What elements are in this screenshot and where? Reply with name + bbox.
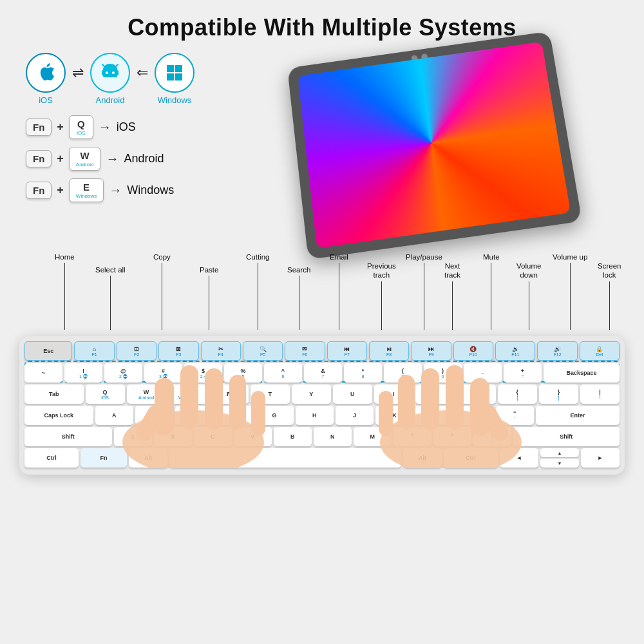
key-3[interactable]: #3 ⓷ bbox=[144, 363, 182, 383]
key-u[interactable]: U bbox=[333, 384, 372, 404]
ann-next-track-label: Nexttrack bbox=[444, 261, 460, 280]
key-n[interactable]: N bbox=[314, 427, 352, 446]
key-slash[interactable]: ?/ bbox=[473, 427, 511, 446]
key-f7[interactable]: ⏮F7 bbox=[327, 341, 367, 361]
key-t[interactable]: T bbox=[251, 384, 290, 404]
key-rbracket[interactable]: }] bbox=[539, 384, 578, 404]
key-x[interactable]: X bbox=[154, 427, 192, 446]
ann-paste-line bbox=[209, 276, 209, 330]
key-a[interactable]: A bbox=[95, 406, 133, 425]
key-o[interactable]: O bbox=[415, 384, 455, 404]
q-key[interactable]: QiOS bbox=[69, 115, 93, 139]
ann-prev-track-label: Previoustrach bbox=[367, 261, 396, 280]
key-f1[interactable]: ⌂F1 bbox=[74, 341, 114, 361]
key-arrow-right[interactable]: ► bbox=[581, 448, 620, 468]
key-del[interactable]: 🔒Del bbox=[580, 341, 620, 361]
fn-key-ios[interactable]: Fn bbox=[26, 118, 52, 136]
key-f[interactable]: F bbox=[215, 406, 253, 425]
fn-combos: Fn + QiOS → iOS Fn + WAndroid → An bbox=[26, 115, 238, 202]
key-f4[interactable]: ✂F4 bbox=[201, 341, 241, 361]
key-v[interactable]: V bbox=[234, 427, 272, 446]
key-k[interactable]: K bbox=[375, 406, 413, 425]
key-7[interactable]: &7 bbox=[304, 363, 342, 383]
key-semicolon[interactable]: :; bbox=[455, 406, 493, 425]
annotations-container: Home Select all Copy Paste Cutting bbox=[19, 252, 625, 336]
key-2[interactable]: @2 ⓶ bbox=[104, 363, 142, 383]
ann-email: Email bbox=[330, 252, 348, 330]
key-w[interactable]: WAndroid bbox=[127, 384, 166, 404]
key-backslash[interactable]: |\ bbox=[580, 384, 620, 404]
key-alt-right[interactable]: Alt bbox=[403, 448, 442, 468]
key-5[interactable]: %5 bbox=[224, 363, 262, 383]
key-lbracket[interactable]: {[ bbox=[498, 384, 537, 404]
ann-email-label: Email bbox=[330, 252, 348, 261]
windows-logo-icon bbox=[165, 63, 184, 82]
key-p[interactable]: P bbox=[457, 384, 496, 404]
key-f12[interactable]: 🔊F12 bbox=[537, 341, 577, 361]
ann-copy: Copy bbox=[153, 252, 171, 330]
key-i[interactable]: I bbox=[374, 384, 413, 404]
key-z[interactable]: Z bbox=[114, 427, 152, 446]
key-alt-left[interactable]: Alt bbox=[129, 448, 167, 468]
key-caps-lock[interactable]: Caps Lock bbox=[24, 406, 93, 425]
key-q[interactable]: QiOS bbox=[86, 384, 125, 404]
key-esc[interactable]: Esc bbox=[24, 341, 72, 361]
key-e[interactable]: EWindows bbox=[168, 384, 207, 404]
ann-next-track: Nexttrack bbox=[444, 261, 460, 330]
key-backtick[interactable]: ~ bbox=[24, 363, 62, 383]
ann-email-line bbox=[339, 263, 339, 330]
key-d[interactable]: D bbox=[175, 406, 213, 425]
key-1[interactable]: !1 ⓵ bbox=[64, 363, 102, 383]
key-f11[interactable]: 🔉F11 bbox=[495, 341, 535, 361]
key-f6[interactable]: ✉F6 bbox=[285, 341, 325, 361]
fn-key-android[interactable]: Fn bbox=[26, 150, 52, 167]
key-y[interactable]: Y bbox=[292, 384, 331, 404]
key-arrow-left[interactable]: ◄ bbox=[500, 448, 538, 468]
key-backspace[interactable]: Backspace bbox=[544, 363, 620, 383]
fn-key-windows[interactable]: Fn bbox=[26, 182, 52, 199]
key-0[interactable]: )0 bbox=[424, 363, 462, 383]
key-r[interactable]: R bbox=[209, 384, 249, 404]
key-9[interactable]: (9 bbox=[384, 363, 422, 383]
key-ctrl-left[interactable]: Ctrl bbox=[24, 448, 79, 468]
key-ctrl-right[interactable]: Ctrl bbox=[444, 448, 498, 468]
top-section: iOS ⇌ Android bbox=[0, 53, 644, 240]
e-key[interactable]: EWindows bbox=[69, 178, 104, 202]
key-minus[interactable]: _- bbox=[464, 363, 502, 383]
key-f8[interactable]: ⏯F8 bbox=[369, 341, 409, 361]
key-space[interactable] bbox=[169, 448, 401, 468]
key-f3[interactable]: ⊠F3 bbox=[158, 341, 198, 361]
key-arrow-down[interactable]: ▼ bbox=[540, 459, 579, 468]
key-enter[interactable]: Enter bbox=[536, 406, 620, 425]
key-c[interactable]: C bbox=[194, 427, 232, 446]
key-arrow-up[interactable]: ▲ bbox=[540, 448, 579, 457]
key-f10[interactable]: 🔇F10 bbox=[453, 341, 493, 361]
key-s[interactable]: S bbox=[135, 406, 173, 425]
key-shift-left[interactable]: Shift bbox=[24, 427, 112, 446]
key-equals[interactable]: += bbox=[504, 363, 542, 383]
ann-cutting-line bbox=[258, 263, 258, 330]
key-j[interactable]: J bbox=[336, 406, 374, 425]
key-m[interactable]: M bbox=[354, 427, 392, 446]
windows-icon-item: Windows bbox=[155, 53, 194, 105]
fn-combo-android: Fn + WAndroid → Android bbox=[26, 147, 238, 171]
key-f2[interactable]: ⊡F2 bbox=[117, 341, 156, 361]
key-4[interactable]: $4 2.4G bbox=[184, 363, 222, 383]
arrow-android-windows: ⇐ bbox=[137, 64, 148, 81]
key-quote[interactable]: "' bbox=[496, 406, 534, 425]
key-b[interactable]: B bbox=[274, 427, 312, 446]
key-period[interactable]: >. bbox=[433, 427, 471, 446]
key-l[interactable]: L bbox=[415, 406, 453, 425]
key-h[interactable]: H bbox=[296, 406, 334, 425]
key-tab[interactable]: Tab bbox=[24, 384, 84, 404]
key-f5[interactable]: 🔍F5 bbox=[243, 341, 283, 361]
key-g[interactable]: G bbox=[255, 406, 293, 425]
key-fn-bottom[interactable]: Fn bbox=[80, 448, 127, 468]
key-8[interactable]: *8 bbox=[344, 363, 382, 383]
key-shift-right[interactable]: Shift bbox=[513, 427, 620, 446]
key-f9[interactable]: ⏭F9 bbox=[411, 341, 451, 361]
w-key[interactable]: WAndroid bbox=[69, 147, 101, 171]
key-comma[interactable]: <, bbox=[393, 427, 431, 446]
key-6[interactable]: ^6 bbox=[264, 363, 302, 383]
keyboard-fn-row: Esc ⌂F1 ⊡F2 ⊠F3 ✂F4 🔍F5 ✉F6 ⏮F7 ⏯F8 ⏭F9 … bbox=[24, 341, 620, 361]
